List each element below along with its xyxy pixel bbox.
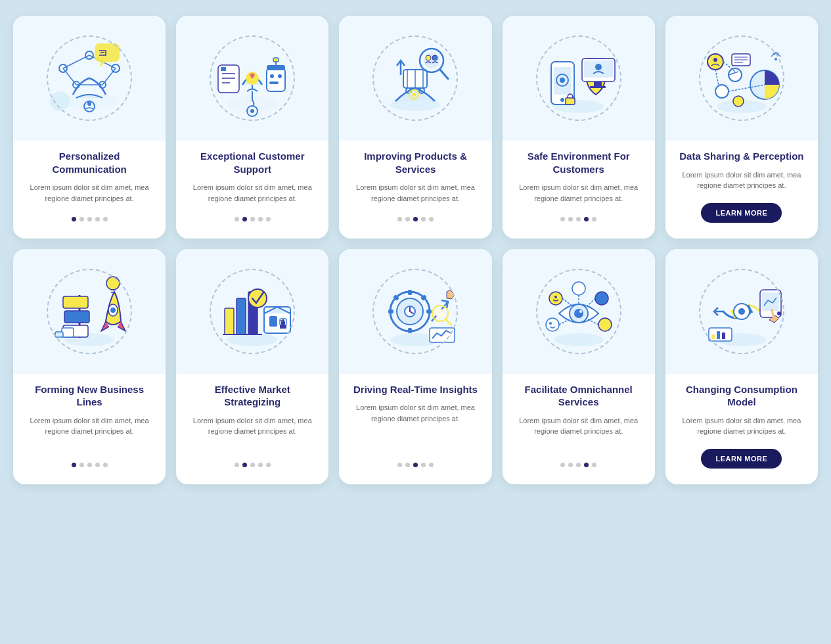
card-title: Changing Consumption Model: [675, 383, 809, 409]
svg-rect-57: [590, 86, 606, 88]
svg-point-32: [250, 109, 254, 113]
svg-rect-78: [63, 296, 88, 308]
card-illustration: [665, 16, 818, 141]
card-dots: [560, 457, 596, 469]
dot-5: [592, 217, 596, 221]
dot-5: [103, 217, 108, 221]
card-title: Exceptional Customer Support: [185, 150, 319, 175]
dot-4: [258, 463, 263, 467]
svg-point-15: [50, 91, 70, 111]
card-data-sharing: Data Sharing & Perception Lorem ipsum do…: [665, 16, 818, 239]
dot-4: [95, 217, 100, 221]
learn-more-button[interactable]: LEARN MORE: [701, 203, 782, 223]
svg-point-82: [110, 308, 116, 313]
card-body: Changing Consumption Model Lorem ipsum d…: [665, 374, 818, 472]
card-desc: Lorem ipsum dolor sit dim amet, mea regi…: [512, 182, 646, 204]
card-illustration: [339, 249, 491, 374]
svg-point-21: [278, 74, 282, 78]
dot-2: [568, 463, 573, 467]
card-illustration: [665, 249, 818, 374]
card-dots: [397, 212, 434, 223]
svg-rect-89: [225, 308, 234, 334]
svg-point-53: [560, 78, 565, 83]
card-illustration: [503, 249, 655, 374]
svg-point-41: [424, 53, 439, 68]
card-body: Personalized Communication Lorem ipsum d…: [13, 141, 166, 227]
card-improving-products: Improving Products & Services Lorem ipsu…: [339, 16, 491, 239]
svg-rect-19: [267, 68, 285, 91]
svg-line-8: [63, 68, 76, 85]
svg-point-136: [738, 308, 745, 315]
svg-point-14: [87, 102, 91, 106]
card-forming-business: Forming New Business Lines Lorem ipsum d…: [13, 249, 166, 484]
svg-line-42: [440, 70, 448, 79]
card-title: Facilitate Omnichannel Services: [512, 383, 646, 409]
dot-4: [95, 463, 100, 467]
card-dots: [560, 212, 596, 223]
svg-line-6: [63, 55, 89, 68]
dot-1: [235, 463, 239, 467]
svg-rect-59: [566, 98, 575, 104]
svg-point-66: [713, 58, 717, 62]
card-dots: [235, 457, 271, 469]
svg-point-120: [574, 309, 583, 318]
dot-2: [405, 463, 410, 467]
card-desc: Lorem ipsum dolor sit dim amet, mea regi…: [22, 415, 156, 437]
dot-1: [397, 217, 402, 221]
dot-4: [421, 217, 426, 221]
dot-1: [560, 217, 565, 221]
dot-5: [429, 217, 434, 221]
dot-2: [568, 217, 573, 221]
dot-4: [584, 217, 589, 221]
card-body: Exceptional Customer Support Lorem ipsum…: [176, 141, 328, 227]
card-body: Driving Real-Time Insights Lorem ipsum d…: [339, 374, 491, 472]
svg-line-140: [772, 310, 773, 316]
svg-point-20: [270, 74, 274, 78]
dot-2: [405, 217, 410, 221]
svg-rect-106: [408, 328, 412, 333]
svg-rect-56: [594, 81, 602, 87]
svg-rect-23: [267, 65, 285, 70]
card-desc: Lorem ipsum dolor sit dim amet, mea regi…: [348, 402, 482, 424]
svg-point-118: [554, 333, 604, 346]
dot-1: [560, 463, 565, 467]
svg-point-65: [733, 96, 744, 106]
dot-1: [397, 463, 402, 467]
card-body: Effective Market Strategizing Lorem ipsu…: [176, 374, 328, 472]
dot-3: [413, 217, 418, 221]
card-body: Facilitate Omnichannel Services Lorem ip…: [503, 374, 655, 472]
dot-2: [79, 463, 84, 467]
svg-rect-87: [55, 332, 63, 337]
card-title: Personalized Communication: [22, 150, 156, 175]
svg-line-130: [587, 298, 595, 307]
svg-point-47: [412, 93, 416, 97]
card-dots: [72, 457, 108, 469]
svg-rect-11: [95, 43, 120, 62]
dot-5: [103, 463, 108, 467]
card-title: Effective Market Strategizing: [185, 383, 319, 409]
svg-line-116: [446, 319, 451, 325]
svg-rect-105: [408, 290, 412, 295]
svg-rect-22: [269, 81, 279, 84]
card-title: Data Sharing & Perception: [679, 150, 803, 163]
dot-5: [592, 463, 596, 467]
card-body: Forming New Business Lines Lorem ipsum d…: [13, 374, 166, 472]
svg-rect-90: [236, 298, 246, 334]
dot-3: [250, 217, 255, 221]
dot-4: [421, 463, 426, 467]
svg-rect-95: [269, 316, 277, 327]
card-body: Safe Environment For Customers Lorem ips…: [503, 141, 655, 227]
card-desc: Lorem ipsum dolor sit dim amet, mea regi…: [348, 182, 482, 204]
learn-more-button-2[interactable]: LEARN MORE: [701, 449, 782, 469]
svg-rect-97: [280, 325, 286, 329]
dot-2: [242, 463, 247, 467]
dot-3: [576, 217, 581, 221]
dot-4: [584, 463, 589, 467]
svg-point-43: [426, 55, 431, 60]
dot-1: [72, 217, 76, 221]
svg-point-51: [560, 98, 564, 102]
svg-point-75: [775, 58, 777, 60]
card-dots: [72, 212, 108, 223]
card-desc: Lorem ipsum dolor sit dim amet, mea regi…: [22, 182, 156, 204]
card-personalized-communication: Personalized Communication Lorem ipsum d…: [13, 16, 166, 239]
